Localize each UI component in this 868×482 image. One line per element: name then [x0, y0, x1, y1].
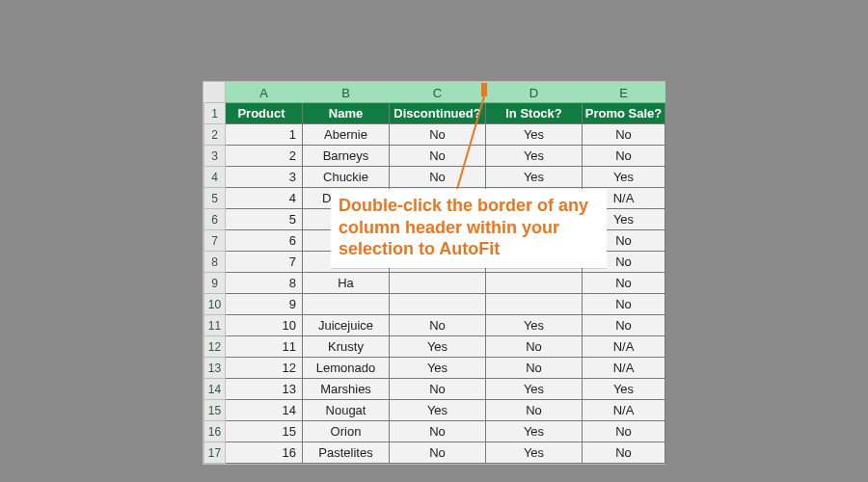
row-header[interactable]: 15 — [204, 400, 226, 421]
row-header[interactable]: 16 — [204, 421, 226, 442]
cell[interactable]: No — [390, 421, 486, 442]
row-header[interactable]: 8 — [204, 252, 226, 273]
cell[interactable]: 6 — [226, 230, 303, 252]
column-header-D[interactable]: D — [486, 83, 583, 103]
cell[interactable]: 11 — [226, 336, 303, 358]
cell[interactable]: 16 — [226, 442, 303, 464]
autofit-callout: Double-click the border of any column he… — [331, 189, 607, 268]
row-header[interactable]: 7 — [204, 230, 226, 252]
cell[interactable]: 13 — [226, 379, 303, 400]
cell[interactable]: 10 — [226, 315, 303, 336]
cell[interactable]: Krusty — [303, 336, 390, 358]
cell[interactable]: Chuckie — [303, 167, 390, 188]
cell[interactable]: 8 — [226, 273, 303, 294]
cell[interactable]: No — [583, 294, 665, 315]
cell[interactable]: Orion — [303, 421, 390, 442]
cell[interactable]: Yes — [486, 315, 583, 336]
cell[interactable] — [303, 294, 390, 315]
cell[interactable]: N/A — [583, 400, 665, 421]
cell[interactable]: 15 — [226, 421, 303, 442]
table-header-cell[interactable]: Discontinued? — [390, 103, 486, 124]
row-header[interactable]: 12 — [204, 336, 226, 358]
row-header[interactable]: 5 — [204, 188, 226, 209]
spreadsheet-grid[interactable]: ABCDE1ProductNameDiscontinued?In Stock?P… — [203, 81, 665, 465]
row-header[interactable]: 10 — [204, 294, 226, 315]
cell[interactable]: N/A — [583, 358, 665, 379]
cell[interactable]: 14 — [226, 400, 303, 421]
cell[interactable]: No — [390, 167, 486, 188]
cell[interactable]: 4 — [226, 188, 303, 209]
column-header-A[interactable]: A — [226, 83, 303, 103]
row-header[interactable]: 3 — [204, 146, 226, 167]
row-header[interactable]: 2 — [204, 124, 226, 146]
cell[interactable]: 9 — [226, 294, 303, 315]
row-header[interactable]: 13 — [204, 358, 226, 379]
cell[interactable]: No — [583, 273, 665, 294]
cell[interactable] — [486, 294, 583, 315]
callout-text: Double-click the border of any column he… — [339, 196, 588, 258]
cell[interactable]: No — [583, 421, 665, 442]
row-header[interactable]: 11 — [204, 315, 226, 336]
column-header-B[interactable]: B — [303, 83, 390, 103]
row-header[interactable]: 9 — [204, 273, 226, 294]
select-all-corner[interactable] — [204, 83, 226, 103]
cell[interactable]: Yes — [390, 400, 486, 421]
cell[interactable]: No — [390, 124, 486, 146]
cell[interactable] — [390, 273, 486, 294]
cell[interactable]: Lemonado — [303, 358, 390, 379]
table-header-cell[interactable]: In Stock? — [486, 103, 583, 124]
cell[interactable]: 3 — [226, 167, 303, 188]
cell[interactable]: 2 — [226, 146, 303, 167]
cell[interactable]: No — [583, 124, 665, 146]
cell[interactable]: Nougat — [303, 400, 390, 421]
cell[interactable]: No — [486, 358, 583, 379]
cell[interactable] — [486, 273, 583, 294]
cell[interactable]: No — [390, 146, 486, 167]
cell[interactable]: 12 — [226, 358, 303, 379]
cell[interactable]: Barneys — [303, 146, 390, 167]
cell[interactable]: Yes — [583, 167, 665, 188]
cell[interactable]: Juicejuice — [303, 315, 390, 336]
row-header[interactable]: 6 — [204, 209, 226, 230]
cell[interactable]: Abernie — [303, 124, 390, 146]
row-header[interactable]: 1 — [204, 103, 226, 124]
table-header-cell[interactable]: Name — [303, 103, 390, 124]
row-header[interactable]: 17 — [204, 442, 226, 464]
cell[interactable]: No — [486, 400, 583, 421]
cell[interactable]: No — [583, 146, 665, 167]
column-header-C[interactable]: C — [390, 83, 486, 103]
cell[interactable]: Yes — [390, 358, 486, 379]
cell[interactable] — [390, 294, 486, 315]
cell[interactable]: No — [583, 315, 665, 336]
column-header-E[interactable]: E — [583, 83, 665, 103]
cell[interactable]: No — [390, 315, 486, 336]
cell[interactable]: Yes — [486, 379, 583, 400]
row-header[interactable]: 14 — [204, 379, 226, 400]
cell[interactable]: Yes — [486, 442, 583, 464]
row-header[interactable]: 4 — [204, 167, 226, 188]
cell[interactable]: No — [390, 442, 486, 464]
cell[interactable]: N/A — [583, 336, 665, 358]
cell[interactable]: No — [390, 379, 486, 400]
table-header-cell[interactable]: Product — [226, 103, 303, 124]
cell[interactable]: Yes — [583, 379, 665, 400]
cell[interactable]: 7 — [226, 252, 303, 273]
cell[interactable]: 5 — [226, 209, 303, 230]
cell[interactable]: Ha — [303, 273, 390, 294]
table-header-cell[interactable]: Promo Sale? — [583, 103, 665, 124]
cell[interactable]: Marshies — [303, 379, 390, 400]
cell[interactable]: Yes — [486, 124, 583, 146]
cell[interactable]: Yes — [486, 167, 583, 188]
cell[interactable]: No — [486, 336, 583, 358]
cell[interactable]: Pastelites — [303, 442, 390, 464]
autofit-border-marker[interactable] — [481, 83, 487, 96]
cell[interactable]: Yes — [486, 146, 583, 167]
cell[interactable]: No — [583, 442, 665, 464]
cell[interactable]: Yes — [486, 421, 583, 442]
cell[interactable]: Yes — [390, 336, 486, 358]
cell[interactable]: 1 — [226, 124, 303, 146]
